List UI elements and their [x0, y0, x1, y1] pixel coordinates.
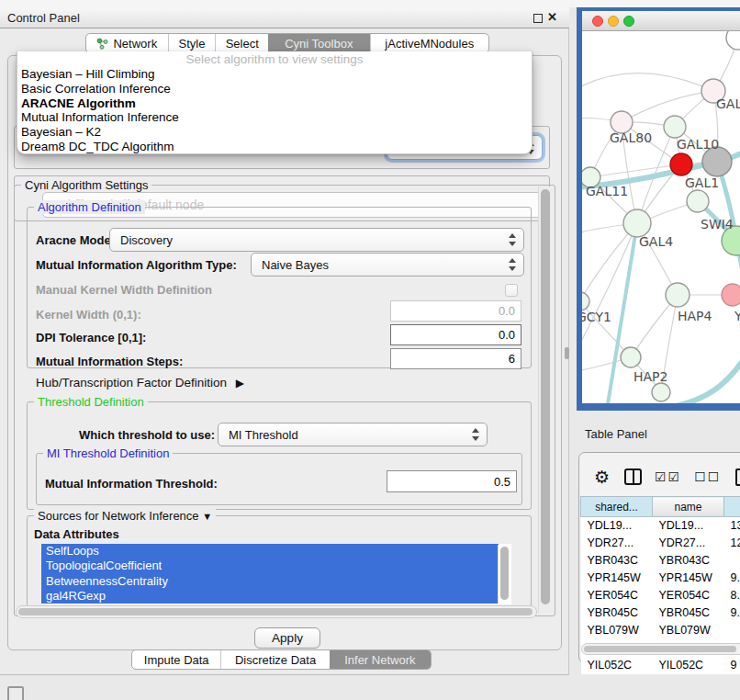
sources-legend[interactable]: Sources for Network Inference ▼ [34, 509, 216, 523]
application-window: Control Panel ✕ Network Style Select [0, 0, 740, 700]
deselect-all-checks-icon[interactable]: ☐☐ [694, 469, 721, 484]
network-graph: GALGAL80GAL10GAL1GAL11SWI4GAL4GCY1HAP4YH… [582, 31, 740, 403]
node-label: GAL [716, 96, 740, 111]
network-edge[interactable] [622, 91, 713, 122]
which-threshold-combo[interactable]: MI Threshold [218, 423, 488, 446]
node-label: GAL80 [610, 130, 652, 145]
mi-steps-input[interactable]: 6 [390, 348, 521, 369]
table-row[interactable]: YDL19...YDL19...13 [581, 517, 740, 535]
mac-close-icon[interactable] [592, 16, 603, 27]
col-name[interactable]: name [653, 497, 724, 517]
tab-discretize-data[interactable]: Discretize Data [220, 650, 329, 669]
node-gal10[interactable] [664, 116, 686, 138]
mi-threshold-input[interactable]: 0.5 [387, 470, 517, 492]
mi-type-value: Naive Bayes [262, 258, 329, 272]
col-partial[interactable] [724, 497, 740, 517]
table-cell: YPR145W [653, 570, 724, 587]
table-row[interactable]: YPR145WYPR145W9. [581, 570, 740, 587]
tab-style[interactable]: Style [168, 34, 216, 52]
algorithm-dropdown: Select algorithm to view settings Bayesi… [17, 51, 533, 154]
tab-infer-network[interactable]: Infer Network [330, 650, 431, 669]
network-edge[interactable] [667, 344, 740, 403]
node-hap2[interactable] [621, 347, 641, 367]
kernel-width-input[interactable]: 0.0 [390, 300, 521, 322]
panel-divider-grip[interactable] [565, 347, 569, 359]
node-label: GCY1 [582, 310, 611, 324]
table-row[interactable]: YER054CYER054C8. [581, 587, 740, 604]
node-gal4[interactable] [623, 209, 651, 237]
algorithm-dropdown-prompt: Select algorithm to view settings [17, 52, 532, 67]
table-cell: YBR043C [581, 552, 653, 570]
col-shared-name[interactable]: shared... [581, 497, 653, 517]
network-edge[interactable] [582, 73, 713, 91]
table-cell: YDR27... [653, 535, 724, 552]
table-panel-window: ⚙ ☑☑ ☐☐ shared... name YDL19...YDL19...1… [578, 452, 740, 663]
close-icon[interactable]: ✕ [547, 10, 557, 24]
manual-kernel-checkbox[interactable] [505, 284, 518, 297]
attribute-item[interactable]: TopologicalCoefficient [41, 559, 499, 573]
table-row[interactable]: YBR043CYBR043C [581, 552, 740, 570]
node-gcy1[interactable] [582, 292, 589, 310]
tab-select[interactable]: Select [215, 34, 268, 52]
network-canvas[interactable]: GALGAL80GAL10GAL1GAL11SWI4GAL4GCY1HAP4YH… [582, 31, 740, 403]
table-row[interactable]: YIL052CYIL052C9 [581, 657, 740, 674]
table-row[interactable]: YDR27...YDR27...12 [581, 535, 740, 552]
node-label: SWI4 [701, 217, 734, 231]
tab-discretize-data-label: Discretize Data [235, 653, 316, 667]
gear-icon[interactable]: ⚙ [594, 469, 610, 486]
node-label: GAL1 [685, 175, 719, 190]
network-edge[interactable] [582, 223, 637, 348]
control-panel-title: Control Panel [7, 11, 80, 25]
which-threshold-value: MI Threshold [229, 428, 298, 442]
table-row[interactable]: YBR045CYBR045C9. [581, 604, 740, 622]
table-cell [724, 622, 740, 639]
float-window-icon[interactable] [533, 14, 543, 23]
tab-style-label: Style [179, 37, 206, 51]
settings-hscrollbar[interactable] [16, 605, 537, 618]
table-cell: YIL052C [581, 657, 653, 674]
attribute-item[interactable]: SelfLoops [41, 544, 499, 559]
columns-icon[interactable] [624, 469, 642, 485]
algorithm-option[interactable]: ARACNE Algorithm [17, 96, 532, 111]
export-table-icon[interactable] [735, 469, 740, 486]
tab-cyni-toolbox[interactable]: Cyni Toolbox [268, 34, 369, 52]
settings-scrollbar[interactable] [538, 186, 551, 613]
tab-impute-data[interactable]: Impute Data [132, 650, 220, 669]
node-gal1[interactable] [670, 153, 692, 175]
tab-cyni-toolbox-label: Cyni Toolbox [285, 37, 353, 51]
node-hap4[interactable] [666, 283, 690, 307]
apply-button[interactable]: Apply [254, 627, 320, 649]
algorithm-option[interactable]: Basic Correlation Inference [17, 82, 532, 96]
tab-network[interactable]: Network [86, 34, 168, 52]
data-attributes-list[interactable]: SelfLoopsTopologicalCoefficientBetweenne… [41, 544, 511, 604]
hub-definition-toggle[interactable]: Hub/Transcription Factor Definition ▶ [36, 376, 244, 390]
algorithm-option[interactable]: Mutual Information Inference [17, 110, 532, 125]
table-row[interactable]: YBL079WYBL079W [581, 622, 740, 639]
node-partial-bottom[interactable] [652, 383, 670, 401]
node-partial-top[interactable] [726, 31, 740, 50]
attributes-list-scrollbar[interactable] [498, 545, 510, 604]
mi-type-combo[interactable]: Naive Bayes [251, 253, 524, 277]
attribute-item[interactable]: gal4RGexp [41, 589, 499, 604]
network-window-titlebar[interactable] [582, 11, 740, 31]
aracne-mode-combo[interactable]: Discovery [109, 228, 524, 252]
node-label: GAL4 [639, 234, 673, 249]
select-all-checks-icon[interactable]: ☑☑ [655, 469, 681, 484]
threshold-definition-legend: Threshold Definition [34, 395, 148, 409]
attribute-item[interactable]: BetweennessCentrality [41, 574, 499, 589]
tab-jactivemnodules[interactable]: jActiveMNodules [370, 34, 488, 52]
mac-zoom-icon[interactable] [623, 16, 634, 27]
algorithm-option[interactable]: Dream8 DC_TDC Algorithm [17, 140, 532, 154]
restore-panel-icon[interactable] [7, 686, 24, 700]
algorithm-option[interactable]: Bayesian – Hill Climbing [17, 67, 532, 82]
kernel-width-value: 0.0 [499, 304, 515, 318]
node-salmon[interactable] [722, 284, 740, 306]
node-swi4[interactable] [687, 190, 709, 212]
algorithm-option[interactable]: Bayesian – K2 [17, 125, 532, 140]
table-cell: YBR045C [653, 604, 724, 622]
mi-type-label: Mutual Information Algorithm Type: [36, 258, 237, 272]
mac-minimize-icon[interactable] [608, 16, 619, 27]
dpi-tolerance-input[interactable]: 0.0 [390, 324, 521, 345]
table-hscrollbar[interactable] [581, 643, 740, 655]
table-header-row: shared... name [581, 497, 740, 517]
